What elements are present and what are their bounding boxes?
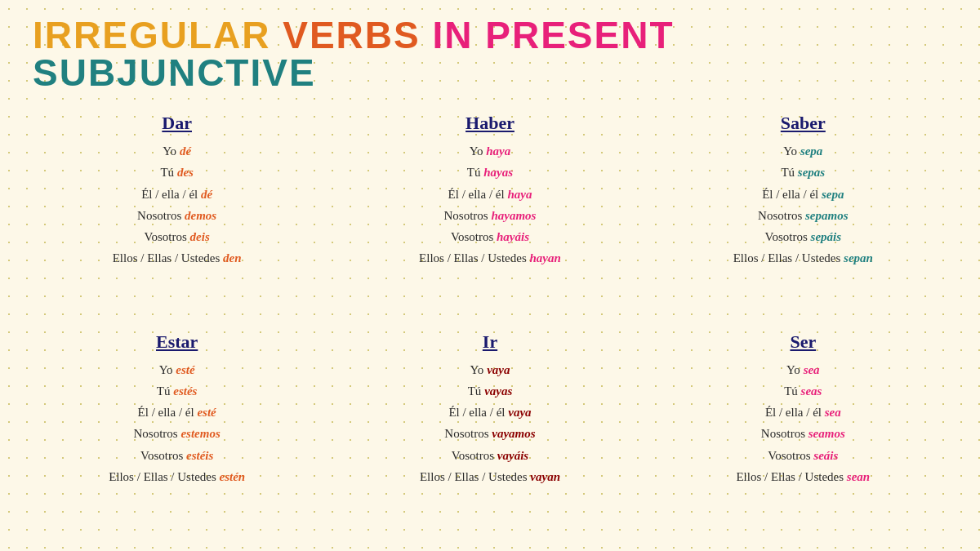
title-irregular: Irregular [33, 14, 283, 56]
verb-form: dé [201, 188, 212, 201]
pronoun: Yo [783, 144, 800, 158]
verb-form: sean [847, 470, 870, 483]
verb-section-ir: IrYo vayaTú vayasÉl / ella / él vayaNoso… [345, 325, 634, 535]
pronoun: Tú [468, 384, 484, 398]
pronoun: Vosotros [765, 230, 811, 243]
conjugation-row: Él / ella / él sea [765, 402, 841, 423]
pronoun: Nosotros [444, 209, 492, 222]
conjugation-row: Él / ella / él haya [448, 184, 532, 205]
pronoun: Nosotros [134, 427, 181, 440]
conjugation-row: Ellos / Ellas / Ustedes den [113, 247, 242, 269]
verb-form: sepas [798, 166, 825, 179]
verb-form: sepáis [811, 230, 842, 243]
conjugation-row: Nosotros demos [137, 205, 216, 226]
conjugation-row: Ellos / Ellas / Ustedes estén [109, 466, 245, 487]
pronoun: Vosotros [451, 230, 497, 243]
conjugation-row: Vosotros vayáis [452, 445, 528, 466]
pronoun: Tú [781, 166, 797, 179]
verb-form: estén [220, 470, 246, 483]
verb-title-estar: Estar [156, 331, 198, 353]
pronoun: Yo [470, 144, 487, 158]
conjugation-row: Yo esté [159, 359, 195, 380]
conjugation-row: Vosotros seáis [768, 445, 838, 466]
verb-form: estés [173, 384, 197, 398]
conjugation-row: Vosotros hayáis [451, 226, 529, 247]
conjugation-row: Tú vayas [468, 380, 513, 402]
pronoun: Tú [157, 384, 173, 398]
pronoun: Ellos / Ellas / Ustedes [419, 251, 529, 264]
pronoun: Ellos / Ellas / Ustedes [420, 470, 530, 483]
verb-form: seas [801, 384, 822, 398]
pronoun: Tú [160, 166, 176, 179]
verb-form: dé [180, 144, 191, 158]
conjugation-row: Él / ella / él sepa [762, 184, 844, 205]
verb-title-saber: Saber [781, 113, 826, 134]
verb-section-saber: SaberYo sepaTú sepasÉl / ella / él sepaN… [659, 106, 947, 317]
conjugation-row: Nosotros vayamos [444, 423, 535, 444]
conjugation-row: Ellos / Ellas / Ustedes sean [736, 466, 870, 487]
conjugation-row: Él / ella / él dé [141, 184, 212, 205]
verb-form: vaya [508, 406, 531, 419]
verb-form: seamos [808, 427, 845, 440]
verb-form: vayan [530, 470, 560, 483]
conjugation-row: Tú seas [784, 380, 822, 402]
pronoun: Ellos / Ellas / Ustedes [113, 251, 223, 264]
verb-form: vayas [484, 384, 512, 398]
verb-section-estar: EstarYo estéTú estésÉl / ella / él estéN… [33, 325, 321, 535]
title-present: Present [485, 14, 674, 56]
verb-form: deis [190, 230, 210, 243]
verb-form: des [177, 166, 194, 179]
pronoun: Él / ella / él [765, 406, 825, 419]
verb-form: den [223, 251, 242, 264]
pronoun: Nosotros [758, 209, 805, 222]
verb-form: estéis [186, 449, 213, 462]
verb-title-dar: Dar [162, 113, 192, 134]
verb-form: demos [185, 209, 216, 222]
pronoun: Yo [786, 363, 804, 376]
pronoun: Vosotros [145, 230, 190, 243]
verb-form: esté [197, 406, 216, 419]
conjugation-row: Yo dé [163, 140, 191, 162]
verb-form: hayas [483, 166, 513, 179]
verb-form: sea [825, 406, 841, 419]
pronoun: Nosotros [444, 427, 492, 440]
conjugation-row: Tú des [160, 162, 193, 183]
conjugation-row: Ellos / Ellas / Ustedes vayan [420, 466, 560, 487]
title-subjunctive: Subjunctive [33, 51, 316, 94]
verb-form: sepamos [805, 209, 849, 222]
pronoun: Él / ella / él [141, 188, 201, 201]
conjugation-row: Nosotros seamos [761, 423, 845, 444]
verb-section-ser: SerYo seaTú seasÉl / ella / él seaNosotr… [659, 325, 947, 535]
conjugation-row: Vosotros sepáis [765, 226, 842, 247]
verb-grid: DarYo déTú desÉl / ella / él déNosotros … [33, 106, 947, 535]
verb-form: hayan [530, 251, 561, 264]
verb-form: sepa [800, 144, 823, 158]
verb-form: haya [486, 144, 510, 158]
page-title: Irregular Verbs in Present Subjunctive [33, 16, 947, 91]
verb-title-ser: Ser [790, 331, 816, 353]
verb-form: sea [804, 363, 820, 376]
pronoun: Él / ella / él [448, 406, 508, 419]
pronoun: Vosotros [140, 449, 186, 462]
conjugation-row: Nosotros hayamos [444, 205, 537, 226]
verb-form: vaya [487, 363, 510, 376]
verb-section-haber: HaberYo hayaTú hayasÉl / ella / él hayaN… [345, 106, 634, 317]
pronoun: Ellos / Ellas / Ustedes [733, 251, 844, 264]
conjugation-row: Nosotros estemos [134, 423, 220, 444]
pronoun: Yo [163, 144, 180, 158]
pronoun: Yo [470, 363, 488, 376]
pronoun: Vosotros [452, 449, 497, 462]
title-in: in [433, 14, 486, 56]
conjugation-row: Él / ella / él esté [138, 402, 216, 423]
verb-form: estemos [180, 427, 220, 440]
verb-form: vayáis [497, 449, 528, 462]
pronoun: Yo [159, 363, 176, 376]
pronoun: Ellos / Ellas / Ustedes [109, 470, 219, 483]
conjugation-row: Yo vaya [470, 359, 510, 380]
pronoun: Él / ella / él [448, 188, 508, 201]
pronoun: Él / ella / él [138, 406, 198, 419]
conjugation-row: Tú hayas [467, 162, 513, 183]
verb-form: seáis [813, 449, 838, 462]
verb-form: haya [507, 188, 532, 201]
verb-section-dar: DarYo déTú desÉl / ella / él déNosotros … [33, 106, 321, 317]
